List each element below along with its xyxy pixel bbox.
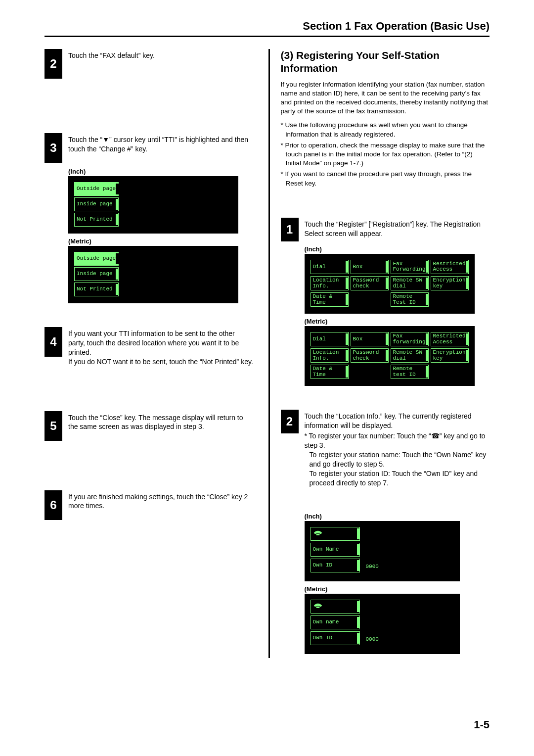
reg-location-info[interactable]: Location Info. <box>311 276 349 290</box>
step-4: 4 If you want your TTI information to be… <box>44 327 254 367</box>
label: Own ID <box>313 635 333 641</box>
label: Remote Test ID <box>393 294 426 305</box>
label: Dial <box>313 264 326 270</box>
label: Box <box>353 264 363 270</box>
label: Remote test ID <box>393 366 426 378</box>
reg-dial[interactable]: Dial <box>311 332 349 346</box>
reg-fax-forwarding[interactable]: Fax Forwarding <box>391 260 429 274</box>
step-text: If you are finished making settings, tou… <box>68 490 254 511</box>
label: Dial <box>313 336 326 342</box>
step-5: 5 Touch the “Close” key. The message dis… <box>44 411 254 441</box>
inch-label: (Inch) <box>68 168 254 175</box>
inch-label: (Inch) <box>305 513 490 520</box>
label: Remote SW dial <box>393 350 426 361</box>
reg-remote-sw-dial[interactable]: Remote SW dial <box>391 276 429 290</box>
label: Location Info. <box>313 278 346 289</box>
page-number: 1-5 <box>474 718 490 731</box>
tti-outside-page[interactable]: Outside page <box>74 182 119 196</box>
label: Outside page <box>77 186 116 192</box>
label: Password check <box>353 278 386 289</box>
step-number: 3 <box>44 133 62 163</box>
step3-panels: (Inch) Outside page Inside page Not Prin… <box>68 168 254 303</box>
own-name-button[interactable]: Own Name <box>311 543 360 557</box>
label: Fax Forwarding <box>393 261 426 273</box>
own-phone-button[interactable] <box>311 600 360 614</box>
reg-encryption-key[interactable]: Encryption key <box>431 276 469 290</box>
inch-label: (Inch) <box>305 245 490 253</box>
label: Password check <box>353 350 386 361</box>
reg-location-info[interactable]: Location Info. <box>311 348 349 363</box>
reg-box[interactable]: Box <box>351 332 389 346</box>
step-2: 2 Touch the “FAX default” key. <box>44 49 254 79</box>
step2-sub: * To register your fax number: Touch the… <box>305 431 490 450</box>
register-panel-metric: Dial Box Fax forwarding Restricted Acces… <box>305 326 475 386</box>
notes-list: * Use the following procedure as well wh… <box>281 121 490 188</box>
reg-remote-test-id[interactable]: Remote Test ID <box>391 292 429 307</box>
label: Not Printed <box>77 217 113 223</box>
own-phone-button[interactable] <box>311 527 360 541</box>
tti-panel-inch: Outside page Inside page Not Printed <box>68 176 238 234</box>
step-text: Touch the “Register” [“Registration”] ke… <box>305 218 490 238</box>
own-id-value: 0000 <box>363 636 379 642</box>
own-panel-inch: Own Name Own ID 0000 <box>305 521 460 581</box>
own-panel-metric: Own name Own ID 0000 <box>305 594 460 654</box>
step-text: Touch the “FAX default” key. <box>68 49 155 60</box>
step-text: Touch the “▼” cursor key until “TTI” is … <box>68 133 254 154</box>
own-id-button[interactable]: Own ID <box>311 559 360 572</box>
reg-restricted-access[interactable]: Restricted Access <box>431 332 469 346</box>
tti-inside-page[interactable]: Inside page <box>74 197 119 211</box>
reg-dial[interactable]: Dial <box>311 260 349 274</box>
tti-not-printed[interactable]: Not Printed <box>74 213 119 227</box>
reg-restricted-access[interactable]: Restricted Access <box>431 260 469 274</box>
label: Restricted Access <box>433 333 466 345</box>
reg-box[interactable]: Box <box>351 260 389 274</box>
step-number: 1 <box>281 218 299 241</box>
metric-label: (Metric) <box>305 318 490 325</box>
note-item: * Prior to operation, check the message … <box>281 141 490 168</box>
step2-sub: To register your station ID: Touch the “… <box>305 469 490 488</box>
tti-outside-page[interactable]: Outside page <box>74 252 119 266</box>
right-step-2: 2 Touch the “Location Info.” key. The cu… <box>281 410 490 487</box>
note-item: * If you want to cancel the procedure pa… <box>281 170 490 188</box>
step-6: 6 If you are finished making settings, t… <box>44 490 254 520</box>
reg-encryption-key[interactable]: Encryption key <box>431 348 469 363</box>
step1-panels: (Inch) Dial Box Fax Forwarding Restricte… <box>305 245 490 386</box>
label: Encryption key <box>433 350 466 361</box>
step-3: 3 Touch the “▼” cursor key until “TTI” i… <box>44 133 254 163</box>
step2-main: Touch the “Location Info.” key. The curr… <box>305 412 490 430</box>
step-text: If you want your TTI information to be s… <box>68 327 254 367</box>
note-item: * Use the following procedure as well wh… <box>281 121 490 139</box>
right-step-1: 1 Touch the “Register” [“Registration”] … <box>281 218 490 241</box>
register-panel-inch: Dial Box Fax Forwarding Restricted Acces… <box>305 254 475 314</box>
reg-date-time[interactable]: Date & Time <box>311 292 349 307</box>
tti-not-printed[interactable]: Not Printed <box>74 283 119 296</box>
own-id-button[interactable]: Own ID <box>311 631 360 645</box>
step-text: Touch the “Close” key. The message displ… <box>68 411 254 432</box>
reg-password-check[interactable]: Password check <box>351 276 389 290</box>
step-number: 4 <box>44 327 62 357</box>
right-column: (3) Registering Your Self-Station Inform… <box>268 49 490 658</box>
label: Inside page <box>77 201 113 207</box>
reg-password-check[interactable]: Password check <box>351 348 389 363</box>
label: Date & Time <box>313 294 346 305</box>
phone-icon <box>313 529 323 538</box>
own-id-value: 0000 <box>363 564 379 569</box>
phone-icon <box>313 602 323 611</box>
own-name-button[interactable]: Own name <box>311 615 360 629</box>
label: Remote SW dial <box>393 278 426 289</box>
label: Location Info. <box>313 350 346 361</box>
reg-date-time[interactable]: Date & Time <box>311 365 349 379</box>
label: Restricted Access <box>433 261 466 273</box>
label: Outside page <box>77 256 116 262</box>
step2-panels: (Inch) Own Name Own ID 0000 (Metric) <box>305 513 490 654</box>
tti-inside-page[interactable]: Inside page <box>74 267 119 281</box>
reg-remote-sw-dial[interactable]: Remote SW dial <box>391 348 429 363</box>
tti-panel-metric: Outside page Inside page Not Printed <box>68 246 238 303</box>
intro-text: If you register information identifying … <box>281 80 490 116</box>
label: Box <box>353 336 363 342</box>
metric-label: (Metric) <box>68 237 254 245</box>
reg-fax-forwarding[interactable]: Fax forwarding <box>391 332 429 346</box>
step-number: 6 <box>44 490 62 520</box>
label: Fax forwarding <box>393 333 426 345</box>
reg-remote-test-id[interactable]: Remote test ID <box>391 365 429 379</box>
